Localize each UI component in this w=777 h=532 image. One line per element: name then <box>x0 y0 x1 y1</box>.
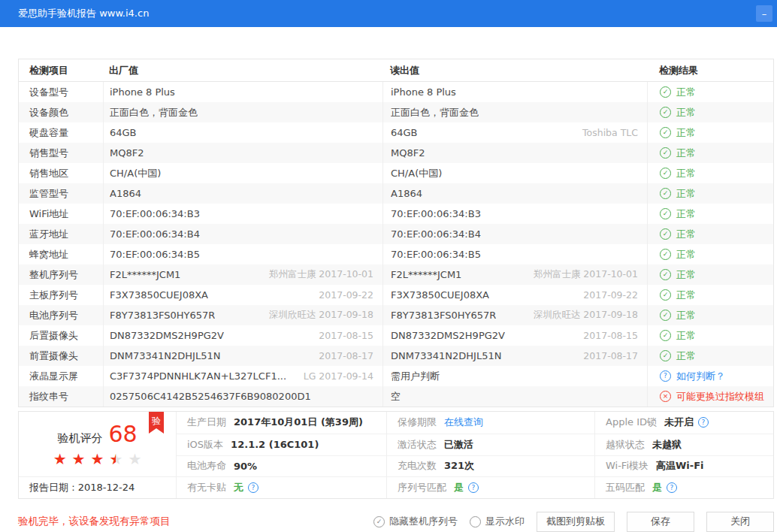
result-label: 如何判断？ <box>676 370 725 383</box>
result-cell: ✓正常 <box>647 82 773 102</box>
summary-item: 有无卡贴无? <box>177 476 386 498</box>
star-icon: ★ <box>72 452 86 467</box>
summary-item-label: 保修期限 <box>398 416 437 429</box>
help-question-icon[interactable]: ? <box>248 482 258 493</box>
report-table: 检测项目 出厂值 读出值 检测结果 设备型号iPhone 8 PlusiPhon… <box>18 59 774 407</box>
summary-column-3: Apple ID锁未开启?越狱状态未越狱Wi-Fi模块高温Wi-Fi五码匹配是? <box>594 412 773 498</box>
factory-value: 0257506C4142B5254637F6B9080200D1 <box>110 391 311 402</box>
summary-item-label: Apple ID锁 <box>606 416 657 429</box>
summary-item-label: 生产日期 <box>187 416 226 429</box>
item-label: 主板序列号 <box>19 289 103 302</box>
item-label: 硬盘容量 <box>19 126 103 140</box>
show-watermark-radio[interactable]: 显示水印 <box>470 515 525 528</box>
summary-item-value: 无 <box>234 481 243 494</box>
result-cell[interactable]: ?如何判断？ <box>647 366 773 386</box>
question-icon: ? <box>660 370 671 382</box>
report-table-body: 设备型号iPhone 8 PlusiPhone 8 Plus✓正常设备颜色正面白… <box>19 82 773 407</box>
result-cell: ✓正常 <box>647 346 773 366</box>
summary-item-label: iOS版本 <box>187 438 223 452</box>
result-cell: ✓正常 <box>647 102 773 122</box>
result-label: 正常 <box>676 207 696 221</box>
help-question-icon[interactable]: ? <box>698 417 709 428</box>
summary-item-value: 高温Wi-Fi <box>656 459 704 473</box>
read-value-cell: F8Y73813FS0HY657R深圳欣旺达 2017-09-18 <box>382 305 647 325</box>
table-row: WiFi地址70:EF:00:06:34:B370:EF:00:06:34:B3… <box>19 204 773 224</box>
header-result: 检测结果 <box>647 59 773 81</box>
summary-item-value: 已激活 <box>444 438 473 452</box>
summary-box: 验 验机评分 68 ★★★★★★ 报告日期 : 2018-12-24 生产日期2… <box>18 411 774 499</box>
table-row: 指纹串号0257506C4142B5254637F6B9080200D1空×可能… <box>19 386 773 407</box>
status-text: 验机完毕，该设备发现有异常项目 <box>18 515 171 528</box>
online-query-link[interactable]: 在线查询 <box>444 416 483 429</box>
summary-item-label: 激活状态 <box>398 438 437 452</box>
factory-value-cell: DNM73341N2DHJL51N2017-08-17 <box>103 346 382 366</box>
factory-value: 70:EF:00:06:34:B4 <box>110 228 200 240</box>
factory-value-cell: C3F7374PDNNHLK7AN+L327LCF1...LG 2017-09-… <box>103 366 382 386</box>
read-note: 2017-08-15 <box>583 330 647 341</box>
score-cell: 验 验机评分 68 ★★★★★★ 报告日期 : 2018-12-24 <box>19 412 176 498</box>
summary-item: 电池寿命90% <box>177 455 386 477</box>
factory-value-cell: F2L******JCM1郑州富士康 2017-10-01 <box>103 264 382 285</box>
result-cell: ✓正常 <box>647 325 773 346</box>
summary-column-2: 保修期限在线查询激活状态已激活充电次数321次序列号匹配是? <box>386 412 594 498</box>
ok-check-icon: ✓ <box>660 330 671 341</box>
result-label: 正常 <box>676 187 696 201</box>
read-value: A1864 <box>391 188 422 199</box>
read-value: DNM73341N2DHJL51N <box>391 350 501 361</box>
score-label: 验机评分 <box>57 431 102 446</box>
read-value-cell: 64GBToshiba TLC <box>382 122 647 143</box>
header-item: 检测项目 <box>19 64 103 77</box>
summary-item: 生产日期2017年10月01日 (第39周) <box>177 412 386 434</box>
table-row: 设备型号iPhone 8 PlusiPhone 8 Plus✓正常 <box>19 82 773 102</box>
item-label: 销售地区 <box>19 167 103 180</box>
item-label: 监管型号 <box>19 187 103 201</box>
read-note: 深圳欣旺达 2017-09-18 <box>534 309 647 322</box>
item-label: 蓝牙地址 <box>19 228 103 241</box>
save-button[interactable]: 保存 <box>627 512 694 532</box>
factory-value: C3F7374PDNNHLK7AN+L327LCF1... <box>110 370 286 382</box>
check-circle-icon: ✓ <box>373 516 385 527</box>
factory-value-cell: DN87332DMS2H9PG2V2017-08-15 <box>103 325 382 346</box>
minimize-icon: – <box>762 8 767 20</box>
close-button[interactable]: 关闭 <box>706 512 774 532</box>
minimize-button[interactable]: – <box>756 5 772 22</box>
factory-value-cell: 64GB <box>103 122 382 143</box>
summary-item: Apple ID锁未开启? <box>595 412 773 434</box>
factory-value: DNM73341N2DHJL51N <box>110 350 220 361</box>
read-value-cell: F2L******JCM1郑州富士康 2017-10-01 <box>382 264 647 285</box>
read-value-cell: 需用户判断 <box>382 366 647 386</box>
read-note: 2017-09-22 <box>583 289 647 301</box>
help-question-icon[interactable]: ? <box>667 482 677 493</box>
result-cell: ✓正常 <box>647 143 773 163</box>
factory-value: A1864 <box>110 188 141 199</box>
result-cell: ✓正常 <box>647 183 773 204</box>
factory-value: F3X73850CUEJ08XA <box>110 289 208 301</box>
footer-bar: 验机完毕，该设备发现有异常项目 ✓ 隐藏整机序列号 显示水印 截图到剪贴板 保存… <box>18 511 774 532</box>
summary-item-value: 未开启 <box>664 416 694 429</box>
summary-item-label: Wi-Fi模块 <box>606 459 649 473</box>
report-date: 报告日期 : 2018-12-24 <box>19 476 176 499</box>
result-cell: ✓正常 <box>647 244 773 264</box>
ok-check-icon: ✓ <box>660 168 671 179</box>
summary-item: iOS版本12.1.2 (16C101) <box>177 434 386 455</box>
help-question-icon[interactable]: ? <box>468 482 479 493</box>
read-value: DN87332DMS2H9PG2V <box>391 330 505 341</box>
summary-item-value: 是 <box>454 481 464 494</box>
screenshot-clipboard-button[interactable]: 截图到剪贴板 <box>537 512 615 532</box>
summary-item-label: 电池寿命 <box>187 459 226 473</box>
result-label: 正常 <box>676 349 696 363</box>
table-row: 蓝牙地址70:EF:00:06:34:B470:EF:00:06:34:B4✓正… <box>19 224 773 244</box>
ok-check-icon: ✓ <box>660 350 671 361</box>
item-label: 设备颜色 <box>19 106 103 119</box>
factory-value-cell: 70:EF:00:06:34:B4 <box>103 224 382 244</box>
summary-item: 序列号匹配是? <box>387 476 594 498</box>
hide-serial-checkbox[interactable]: ✓ 隐藏整机序列号 <box>373 515 458 528</box>
factory-note: 郑州富士康 2017-10-01 <box>269 268 382 281</box>
table-row: 销售地区CH/A(中国)CH/A(中国)✓正常 <box>19 163 773 183</box>
factory-value-cell: 70:EF:00:06:34:B3 <box>103 204 382 224</box>
factory-value: 70:EF:00:06:34:B5 <box>110 249 200 260</box>
ok-check-icon: ✓ <box>660 107 671 118</box>
titlebar: 爱思助手验机报告 www.i4.cn – <box>0 0 777 27</box>
table-row: 前置摄像头DNM73341N2DHJL51N2017-08-17DNM73341… <box>19 346 773 366</box>
summary-item-value: 321次 <box>444 459 474 473</box>
